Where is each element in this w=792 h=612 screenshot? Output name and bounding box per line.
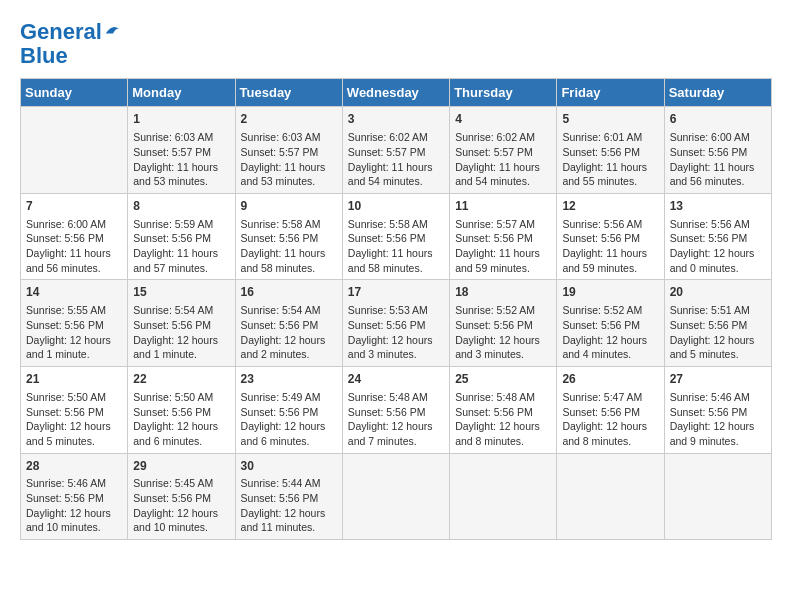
day-info: Sunrise: 5:48 AM Sunset: 5:56 PM Dayligh… (455, 390, 551, 449)
day-number: 20 (670, 284, 766, 301)
day-cell: 6Sunrise: 6:00 AM Sunset: 5:56 PM Daylig… (664, 107, 771, 194)
day-cell: 24Sunrise: 5:48 AM Sunset: 5:56 PM Dayli… (342, 367, 449, 454)
day-number: 18 (455, 284, 551, 301)
logo-icon (104, 21, 122, 39)
day-cell: 4Sunrise: 6:02 AM Sunset: 5:57 PM Daylig… (450, 107, 557, 194)
day-number: 27 (670, 371, 766, 388)
day-info: Sunrise: 5:44 AM Sunset: 5:56 PM Dayligh… (241, 476, 337, 535)
day-number: 25 (455, 371, 551, 388)
day-info: Sunrise: 5:54 AM Sunset: 5:56 PM Dayligh… (133, 303, 229, 362)
calendar-table: SundayMondayTuesdayWednesdayThursdayFrid… (20, 78, 772, 540)
day-cell: 17Sunrise: 5:53 AM Sunset: 5:56 PM Dayli… (342, 280, 449, 367)
logo-text-blue: Blue (20, 44, 122, 68)
day-number: 26 (562, 371, 658, 388)
header-cell-monday: Monday (128, 79, 235, 107)
day-number: 9 (241, 198, 337, 215)
day-number: 13 (670, 198, 766, 215)
day-number: 19 (562, 284, 658, 301)
day-number: 16 (241, 284, 337, 301)
day-cell: 21Sunrise: 5:50 AM Sunset: 5:56 PM Dayli… (21, 367, 128, 454)
day-info: Sunrise: 5:58 AM Sunset: 5:56 PM Dayligh… (348, 217, 444, 276)
day-number: 3 (348, 111, 444, 128)
day-info: Sunrise: 5:49 AM Sunset: 5:56 PM Dayligh… (241, 390, 337, 449)
day-info: Sunrise: 6:00 AM Sunset: 5:56 PM Dayligh… (670, 130, 766, 189)
day-info: Sunrise: 5:50 AM Sunset: 5:56 PM Dayligh… (133, 390, 229, 449)
day-info: Sunrise: 6:02 AM Sunset: 5:57 PM Dayligh… (348, 130, 444, 189)
day-cell: 9Sunrise: 5:58 AM Sunset: 5:56 PM Daylig… (235, 193, 342, 280)
day-cell (450, 453, 557, 540)
day-cell: 11Sunrise: 5:57 AM Sunset: 5:56 PM Dayli… (450, 193, 557, 280)
day-info: Sunrise: 5:52 AM Sunset: 5:56 PM Dayligh… (455, 303, 551, 362)
day-info: Sunrise: 5:57 AM Sunset: 5:56 PM Dayligh… (455, 217, 551, 276)
day-info: Sunrise: 5:52 AM Sunset: 5:56 PM Dayligh… (562, 303, 658, 362)
week-row-1: 1Sunrise: 6:03 AM Sunset: 5:57 PM Daylig… (21, 107, 772, 194)
day-cell: 20Sunrise: 5:51 AM Sunset: 5:56 PM Dayli… (664, 280, 771, 367)
day-cell: 29Sunrise: 5:45 AM Sunset: 5:56 PM Dayli… (128, 453, 235, 540)
day-cell: 14Sunrise: 5:55 AM Sunset: 5:56 PM Dayli… (21, 280, 128, 367)
day-number: 29 (133, 458, 229, 475)
day-cell: 7Sunrise: 6:00 AM Sunset: 5:56 PM Daylig… (21, 193, 128, 280)
day-number: 15 (133, 284, 229, 301)
day-number: 17 (348, 284, 444, 301)
day-info: Sunrise: 5:56 AM Sunset: 5:56 PM Dayligh… (670, 217, 766, 276)
header-cell-saturday: Saturday (664, 79, 771, 107)
day-number: 14 (26, 284, 122, 301)
day-number: 21 (26, 371, 122, 388)
day-number: 28 (26, 458, 122, 475)
day-number: 10 (348, 198, 444, 215)
header-cell-wednesday: Wednesday (342, 79, 449, 107)
day-cell: 23Sunrise: 5:49 AM Sunset: 5:56 PM Dayli… (235, 367, 342, 454)
day-cell: 25Sunrise: 5:48 AM Sunset: 5:56 PM Dayli… (450, 367, 557, 454)
day-cell: 15Sunrise: 5:54 AM Sunset: 5:56 PM Dayli… (128, 280, 235, 367)
calendar-header-row: SundayMondayTuesdayWednesdayThursdayFrid… (21, 79, 772, 107)
week-row-5: 28Sunrise: 5:46 AM Sunset: 5:56 PM Dayli… (21, 453, 772, 540)
day-info: Sunrise: 5:55 AM Sunset: 5:56 PM Dayligh… (26, 303, 122, 362)
week-row-2: 7Sunrise: 6:00 AM Sunset: 5:56 PM Daylig… (21, 193, 772, 280)
page-header: General Blue (20, 20, 772, 68)
day-info: Sunrise: 6:02 AM Sunset: 5:57 PM Dayligh… (455, 130, 551, 189)
day-info: Sunrise: 5:56 AM Sunset: 5:56 PM Dayligh… (562, 217, 658, 276)
logo: General Blue (20, 20, 122, 68)
header-cell-tuesday: Tuesday (235, 79, 342, 107)
day-info: Sunrise: 5:51 AM Sunset: 5:56 PM Dayligh… (670, 303, 766, 362)
header-cell-friday: Friday (557, 79, 664, 107)
day-info: Sunrise: 5:53 AM Sunset: 5:56 PM Dayligh… (348, 303, 444, 362)
day-cell: 30Sunrise: 5:44 AM Sunset: 5:56 PM Dayli… (235, 453, 342, 540)
week-row-3: 14Sunrise: 5:55 AM Sunset: 5:56 PM Dayli… (21, 280, 772, 367)
logo-text-general: General (20, 20, 102, 44)
day-cell (21, 107, 128, 194)
day-info: Sunrise: 5:50 AM Sunset: 5:56 PM Dayligh… (26, 390, 122, 449)
day-number: 22 (133, 371, 229, 388)
day-info: Sunrise: 5:46 AM Sunset: 5:56 PM Dayligh… (26, 476, 122, 535)
day-cell: 1Sunrise: 6:03 AM Sunset: 5:57 PM Daylig… (128, 107, 235, 194)
day-cell: 3Sunrise: 6:02 AM Sunset: 5:57 PM Daylig… (342, 107, 449, 194)
header-cell-thursday: Thursday (450, 79, 557, 107)
day-cell (557, 453, 664, 540)
day-cell: 28Sunrise: 5:46 AM Sunset: 5:56 PM Dayli… (21, 453, 128, 540)
day-number: 30 (241, 458, 337, 475)
day-cell: 27Sunrise: 5:46 AM Sunset: 5:56 PM Dayli… (664, 367, 771, 454)
day-info: Sunrise: 6:03 AM Sunset: 5:57 PM Dayligh… (241, 130, 337, 189)
day-cell: 16Sunrise: 5:54 AM Sunset: 5:56 PM Dayli… (235, 280, 342, 367)
day-cell (664, 453, 771, 540)
day-number: 8 (133, 198, 229, 215)
day-number: 12 (562, 198, 658, 215)
day-info: Sunrise: 5:48 AM Sunset: 5:56 PM Dayligh… (348, 390, 444, 449)
day-number: 24 (348, 371, 444, 388)
day-cell: 13Sunrise: 5:56 AM Sunset: 5:56 PM Dayli… (664, 193, 771, 280)
day-number: 2 (241, 111, 337, 128)
day-cell: 5Sunrise: 6:01 AM Sunset: 5:56 PM Daylig… (557, 107, 664, 194)
day-cell (342, 453, 449, 540)
day-info: Sunrise: 5:59 AM Sunset: 5:56 PM Dayligh… (133, 217, 229, 276)
day-cell: 2Sunrise: 6:03 AM Sunset: 5:57 PM Daylig… (235, 107, 342, 194)
day-info: Sunrise: 6:03 AM Sunset: 5:57 PM Dayligh… (133, 130, 229, 189)
day-cell: 19Sunrise: 5:52 AM Sunset: 5:56 PM Dayli… (557, 280, 664, 367)
calendar-body: 1Sunrise: 6:03 AM Sunset: 5:57 PM Daylig… (21, 107, 772, 540)
day-number: 6 (670, 111, 766, 128)
day-number: 11 (455, 198, 551, 215)
day-cell: 18Sunrise: 5:52 AM Sunset: 5:56 PM Dayli… (450, 280, 557, 367)
day-info: Sunrise: 5:54 AM Sunset: 5:56 PM Dayligh… (241, 303, 337, 362)
day-info: Sunrise: 6:01 AM Sunset: 5:56 PM Dayligh… (562, 130, 658, 189)
day-cell: 22Sunrise: 5:50 AM Sunset: 5:56 PM Dayli… (128, 367, 235, 454)
day-number: 4 (455, 111, 551, 128)
